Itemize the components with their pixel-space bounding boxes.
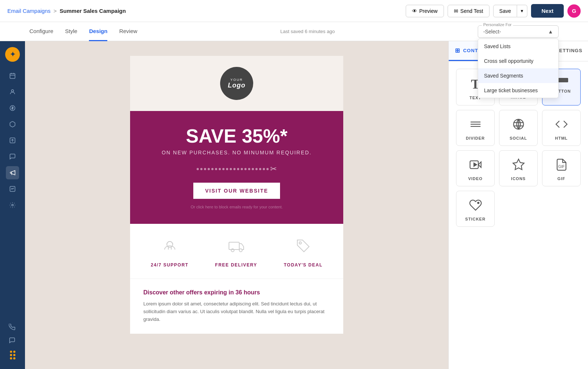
dot-d19: [263, 168, 265, 170]
dot-d10: [230, 168, 232, 170]
save-button-group: Save ▾: [493, 5, 528, 17]
sidebar-item-chart[interactable]: [6, 134, 19, 147]
svg-rect-0: [10, 74, 15, 79]
sidebar-item-settings[interactable]: [6, 198, 19, 212]
personalize-area: Personalize For -Select- ▲ Saved Lists C…: [478, 25, 559, 38]
personalize-value: -Select-: [483, 29, 501, 35]
dot-d8: [222, 168, 225, 170]
scissors-icon: ✂: [270, 164, 277, 174]
sidebar-item-contact[interactable]: [6, 85, 19, 98]
personalize-label: Personalize For: [482, 22, 513, 27]
tab-style[interactable]: Style: [65, 22, 77, 41]
email-card: YOUR Logo SAVE 35%* ON NEW PURCHASES. NO…: [130, 56, 343, 334]
email-hero: SAVE 35%* ON NEW PURCHASES. NO MINUMUM R…: [130, 111, 343, 224]
email-logo: YOUR Logo: [220, 67, 253, 100]
save-arrow-button[interactable]: ▾: [517, 5, 527, 17]
preview-button[interactable]: 👁 Preview: [406, 5, 444, 17]
svg-point-13: [239, 249, 242, 252]
sticker-block-icon: [469, 198, 482, 213]
tabs-bar: Configure Style Design Review Last saved…: [0, 22, 588, 41]
dropdown-item-saved-segments[interactable]: Saved Segments: [478, 68, 558, 83]
svg-marker-25: [474, 163, 477, 166]
dot-4: [13, 354, 15, 356]
save-button[interactable]: Save: [493, 5, 517, 17]
tab-design[interactable]: Design: [89, 22, 107, 41]
top-bar-actions: 👁 Preview ✉ Send Test Save ▾ Next G: [406, 4, 581, 18]
block-social[interactable]: SOCIAL: [499, 110, 538, 146]
dot-d11: [233, 168, 236, 170]
svg-text:GIF: GIF: [558, 164, 565, 169]
email-content-body: Lorem ipsum dolor sit amet, consectetur …: [143, 300, 330, 323]
breadcrumb-parent[interactable]: Email Campaigns: [7, 8, 51, 14]
eye-icon: 👁: [412, 8, 417, 14]
sidebar-item-chat[interactable]: [6, 150, 19, 163]
svg-point-4: [11, 90, 14, 92]
block-video[interactable]: VIDEO: [456, 150, 495, 186]
dot-d6: [215, 168, 217, 170]
sidebar-item-megaphone[interactable]: [6, 166, 19, 179]
dropdown-item-cross-sell[interactable]: Cross sell opportunity: [478, 54, 558, 68]
dot-2: [13, 351, 15, 353]
gif-block-icon: GIF: [555, 158, 568, 173]
sidebar-item-dollar[interactable]: [6, 101, 19, 115]
block-icons[interactable]: ICONS: [499, 150, 538, 186]
tab-configure[interactable]: Configure: [29, 22, 53, 41]
sidebar-item-phone[interactable]: [6, 320, 19, 334]
svg-point-9: [12, 204, 14, 206]
block-sticker[interactable]: STICKER: [456, 191, 495, 227]
feature-delivery: FREE DELIVERY: [215, 237, 257, 268]
dot-d20: [266, 168, 269, 170]
dot-d13: [241, 168, 243, 170]
dropdown-item-saved-lists[interactable]: Saved Lists: [478, 39, 558, 54]
tab-review[interactable]: Review: [119, 22, 137, 41]
sidebar-item-analytics[interactable]: [6, 182, 19, 196]
dot-d5: [211, 168, 214, 170]
dot-d15: [248, 168, 250, 170]
breadcrumb: Email Campaigns > Summer Sales Campaign: [7, 8, 126, 14]
feature-deal-label: TODAY'S DEAL: [284, 262, 323, 268]
dot-d7: [219, 168, 221, 170]
send-test-button[interactable]: ✉ Send Test: [448, 5, 490, 17]
hero-divider: ✂: [141, 164, 332, 174]
hero-cta-button[interactable]: VISIT OUR WEBSITE: [193, 183, 280, 199]
social-block-icon: [512, 118, 525, 132]
logo-main-text: Logo: [228, 82, 245, 89]
sidebar-item-calendar[interactable]: [6, 69, 19, 82]
feature-delivery-label: FREE DELIVERY: [215, 262, 257, 268]
sidebar-item-box[interactable]: [6, 118, 19, 131]
personalize-dropdown[interactable]: Personalize For -Select- ▲: [478, 25, 559, 38]
video-block-icon: [469, 158, 482, 173]
html-block-icon: [555, 118, 568, 132]
avatar: G: [567, 4, 581, 18]
block-divider[interactable]: DIVIDER: [456, 110, 495, 146]
deal-icon: [294, 237, 312, 258]
dot-d18: [259, 168, 261, 170]
svg-marker-26: [513, 159, 524, 170]
block-video-label: VIDEO: [468, 176, 483, 181]
divider-block-icon: [469, 118, 482, 132]
block-social-label: SOCIAL: [510, 136, 527, 140]
dot-d17: [255, 168, 258, 170]
block-html[interactable]: HTML: [542, 110, 581, 146]
dot-d14: [244, 168, 247, 170]
sidebar-item-message[interactable]: [6, 334, 19, 347]
dot-d1: [197, 168, 199, 170]
next-button[interactable]: Next: [531, 4, 564, 18]
dot-1: [10, 351, 12, 353]
email-features: 24/7 SUPPORT FREE DELIVERY: [130, 224, 343, 279]
chevron-up-icon: ▲: [548, 29, 553, 35]
dot-d3: [204, 168, 206, 170]
logo-icon: ✦: [10, 50, 15, 58]
block-gif[interactable]: GIF GIF: [542, 150, 581, 186]
sidebar-logo[interactable]: ✦: [5, 47, 20, 62]
save-status: Last saved 6 minutes ago: [280, 29, 335, 34]
dropdown-item-large-ticket[interactable]: Large ticket businesses: [478, 83, 558, 98]
breadcrumb-separator: >: [54, 8, 57, 14]
block-gif-label: GIF: [557, 176, 565, 181]
svg-rect-11: [229, 242, 239, 250]
email-logo-area: YOUR Logo: [130, 56, 343, 111]
dot-d16: [252, 168, 254, 170]
email-content-area: Discover other offers expiring in 36 hou…: [130, 279, 343, 333]
personalize-dropdown-menu: Saved Lists Cross sell opportunity Saved…: [478, 39, 559, 98]
block-html-label: HTML: [555, 136, 568, 140]
